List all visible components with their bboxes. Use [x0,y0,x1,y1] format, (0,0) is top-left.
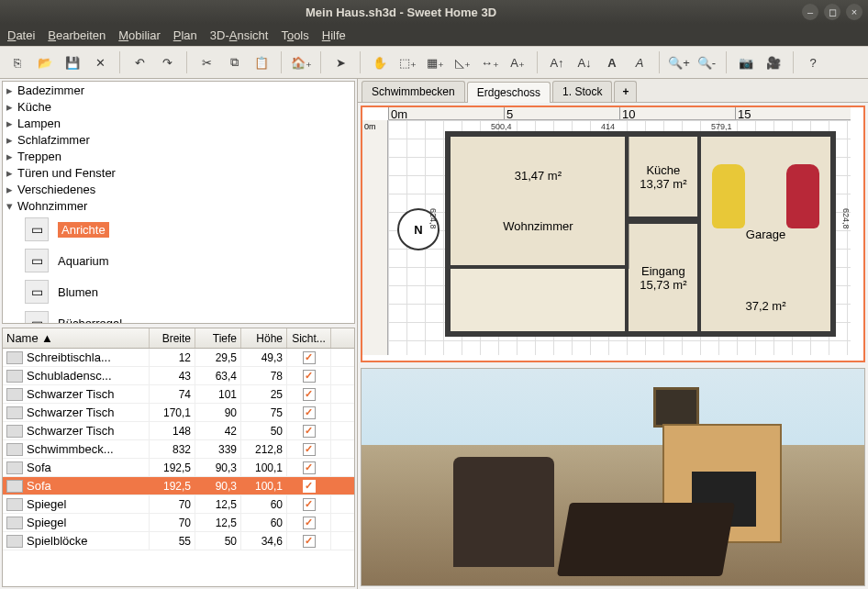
table-row[interactable]: Spielblöcke555034,6✓ [3,532,354,550]
help-icon[interactable]: ? [801,50,825,74]
catalog-category[interactable]: ▸Schlafzimmer [3,131,354,148]
catalog-item[interactable]: ▭Anrichte [3,214,354,245]
photo-icon[interactable]: 📷 [734,50,758,74]
furniture-thumbnail-icon [6,425,23,438]
table-row[interactable]: Schwarzer Tisch170,19075✓ [3,404,354,422]
category-label: Lampen [17,117,61,130]
catalog-category[interactable]: ▸Badezimmer [3,82,354,98]
visibility-checkbox[interactable]: ✓ [303,406,316,419]
menu-help[interactable]: Hilfe [322,28,346,42]
wall-tool-icon[interactable]: ⬚₊ [395,50,419,74]
catalog-category[interactable]: ▸Lampen [3,115,354,131]
cell-height: 60 [241,495,287,513]
open-icon[interactable]: 📂 [33,50,57,74]
catalog-item[interactable]: ▭Aquarium [3,245,354,276]
catalog-category[interactable]: ▸Küche [3,98,354,115]
zoom-in-icon[interactable]: 🔍+ [667,50,691,74]
dimension-tool-icon[interactable]: ↔₊ [478,50,502,74]
chevron-right-icon: ▸ [5,100,14,114]
table-row[interactable]: Spiegel7012,560✓ [3,495,354,514]
chevron-down-icon: ▾ [5,199,14,213]
room-tool-icon[interactable]: ▦₊ [423,50,447,74]
add-level-button[interactable]: + [614,81,637,102]
menu-3dview[interactable]: 3D-Ansicht [210,28,269,42]
menu-plan[interactable]: Plan [173,28,197,42]
close-button[interactable]: × [846,4,862,20]
menu-edit[interactable]: Bearbeiten [48,28,106,42]
zoom-out-icon[interactable]: 🔍- [695,50,718,74]
car-icon[interactable] [712,164,745,228]
cell-depth: 12,5 [195,495,241,513]
furniture-thumbnail-icon [6,461,23,474]
redo-icon[interactable]: ↷ [155,50,179,74]
plan-view[interactable]: 0m51015 0m N 624,8 624,8 500,4 414 579,1… [361,106,865,362]
table-row[interactable]: Schwarzer Tisch7410125✓ [3,385,354,404]
furniture-thumbnail-icon: ▭ [25,217,49,241]
paste-icon[interactable]: 📋 [250,50,273,74]
catalog-item[interactable]: ▭Bücherregal [3,307,354,324]
table-row[interactable]: Schwarzer Tisch1484250✓ [3,422,354,440]
select-tool-icon[interactable]: ➤ [328,50,352,74]
visibility-checkbox[interactable]: ✓ [303,498,316,511]
visibility-checkbox[interactable]: ✓ [303,425,316,438]
save-icon[interactable]: 💾 [61,50,84,74]
visibility-checkbox[interactable]: ✓ [303,535,316,548]
furniture-name: Sofa [27,461,51,474]
text-tool-icon[interactable]: A₊ [506,50,529,74]
add-furniture-icon[interactable]: 🏠₊ [289,50,313,74]
visibility-checkbox[interactable]: ✓ [303,370,316,383]
text-bigger-icon[interactable]: A↑ [545,50,569,74]
undo-icon[interactable]: ↶ [128,50,151,74]
level-tab[interactable]: Schwimmbecken [362,81,465,102]
catalog-category[interactable]: ▸Türen und Fenster [3,164,354,181]
table-row[interactable]: Sofa192,590,3100,1✓ [3,477,354,495]
furniture-name: Schreibtischla... [27,350,111,364]
menu-file[interactable]: Datei [7,28,35,42]
table-row[interactable]: Schwimmbeck...832339212,8✓ [3,440,354,459]
text-bold-icon[interactable]: A [600,50,624,74]
car-icon[interactable] [786,164,819,228]
furniture-name: Sofa [27,479,51,493]
level-tab[interactable]: 1. Stock [552,81,612,102]
minimize-button[interactable]: – [802,4,818,20]
preferences-icon[interactable]: ✕ [88,50,112,74]
menu-furniture[interactable]: Mobiliar [118,28,161,42]
cell-width: 192,5 [150,459,195,476]
copy-icon[interactable]: ⧉ [222,50,246,74]
titlebar: Mein Haus.sh3d - Sweet Home 3D – ◻ × [0,0,868,24]
visibility-checkbox[interactable]: ✓ [303,461,316,474]
catalog-category[interactable]: ▸Verschiedenes [3,181,354,197]
furniture-table[interactable]: Name ▲ Breite Tiefe Höhe Sicht... Schrei… [2,328,355,587]
visibility-checkbox[interactable]: ✓ [303,480,316,493]
dimension-label: 624,8 [841,208,851,229]
house-outline[interactable]: 31,47 m² Wohnzimmer Küche 13,37 m² Garag… [445,131,836,337]
3d-view[interactable] [361,368,865,586]
visibility-checkbox[interactable]: ✓ [303,351,316,364]
video-icon[interactable]: 🎥 [762,50,785,74]
furniture-table-header[interactable]: Name ▲ Breite Tiefe Höhe Sicht... [3,328,354,349]
catalog-category[interactable]: ▸Treppen [3,148,354,164]
table-row[interactable]: Schreibtischla...1229,549,3✓ [3,349,354,367]
text-italic-icon[interactable]: A [628,50,651,74]
cut-icon[interactable]: ✂ [195,50,218,74]
menu-tools[interactable]: Tools [281,28,308,42]
catalog-category[interactable]: ▾Wohnzimmer [3,197,354,214]
new-icon[interactable]: ⎘ [6,50,29,74]
table-row[interactable]: Schubladensc...4363,478✓ [3,367,354,385]
visibility-checkbox[interactable]: ✓ [303,517,316,529]
table-row[interactable]: Sofa192,590,3100,1✓ [3,459,354,477]
pan-tool-icon[interactable]: ✋ [368,50,392,74]
polyline-tool-icon[interactable]: ◺₊ [451,50,474,74]
chevron-right-icon: ▸ [5,133,14,147]
visibility-checkbox[interactable]: ✓ [303,443,316,456]
level-tab[interactable]: Erdgeschoss [467,82,551,103]
cell-width: 70 [150,495,195,513]
text-smaller-icon[interactable]: A↓ [573,50,596,74]
cell-width: 148 [150,422,195,439]
visibility-checkbox[interactable]: ✓ [303,388,316,401]
furniture-catalog[interactable]: ▸Badezimmer▸Küche▸Lampen▸Schlafzimmer▸Tr… [2,81,355,324]
catalog-item[interactable]: ▭Blumen [3,276,354,307]
maximize-button[interactable]: ◻ [824,4,840,20]
table-row[interactable]: Spiegel7012,560✓ [3,514,354,532]
furniture-thumbnail-icon: ▭ [25,311,49,324]
